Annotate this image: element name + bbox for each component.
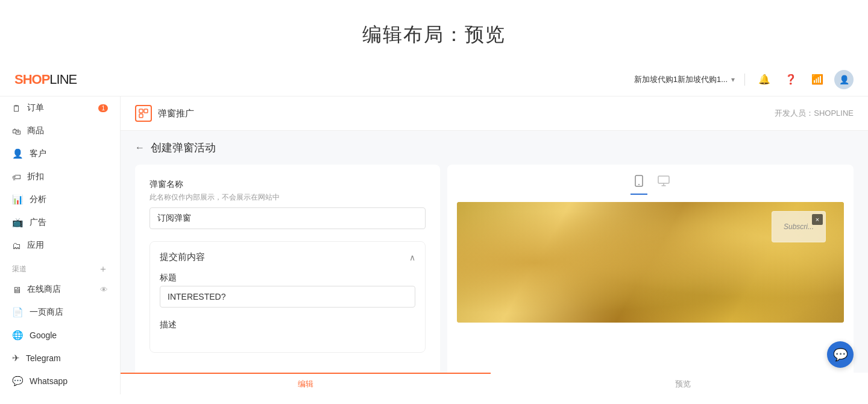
tab-preview[interactable]: 预览 [498, 373, 868, 394]
sidebar-item-label-customer: 客户 [30, 148, 46, 159]
sidebar-item-analytics[interactable]: 📊 分析 [0, 188, 120, 211]
sidebar-item-ads[interactable]: 📺 广告 [0, 211, 120, 234]
back-button[interactable]: ← [135, 142, 145, 153]
sidebar-item-label-order: 订单 [27, 103, 44, 113]
main-content: 弹窗推广 开发人员：SHOPLINE ← 创建弹窗活动 弹窗名称 此名称仅作内部… [121, 96, 868, 394]
svg-point-4 [638, 184, 640, 185]
sidebar-item-label-goods: 商品 [27, 125, 44, 136]
google-icon: 🌐 [12, 330, 24, 341]
help-icon[interactable]: ❓ [781, 70, 800, 89]
sidebar-item-google[interactable]: 🌐 Google [0, 324, 120, 347]
preview-image: × Subscri... [457, 202, 844, 323]
app-header-left: 弹窗推广 [135, 105, 194, 122]
footer: LRD.IM [0, 394, 868, 404]
sidebar-item-order[interactable]: 🗒 订单 1 [0, 96, 120, 119]
chat-bubble[interactable]: 💬 [827, 341, 854, 368]
desktop-tab[interactable] [657, 174, 670, 195]
sidebar-item-apps[interactable]: 🗂 应用 [0, 234, 120, 257]
svg-rect-5 [658, 176, 669, 183]
app-icon [135, 105, 152, 122]
sidebar-item-goods[interactable]: 🛍 商品 [0, 119, 120, 142]
channel-label: 渠道 [12, 264, 27, 274]
sidebar-item-facebook[interactable]: 📘 Facebook [0, 393, 120, 394]
tab-bar: 编辑 预览 [121, 373, 868, 394]
sub-header: ← 创建弹窗活动 [121, 131, 868, 165]
pre-submit-section: 提交前内容 ∧ 标题 描述 [149, 241, 426, 353]
sidebar-item-label-whatsapp: Whatsapp [30, 376, 68, 386]
sidebar-item-label-online-store: 在线商店 [27, 284, 61, 295]
preview-panel: × Subscri... [447, 165, 854, 394]
popup-name-group: 弹窗名称 此名称仅作内部展示，不会展示在网站中 [149, 179, 426, 229]
svg-rect-2 [139, 114, 143, 118]
popup-name-input[interactable] [149, 207, 426, 229]
channel-section-header: 渠道 ＋ [0, 257, 120, 278]
logo: SHOPLINE [14, 72, 77, 87]
sidebar-item-label-analytics: 分析 [30, 194, 46, 205]
pre-submit-header[interactable]: 提交前内容 ∧ [160, 251, 415, 263]
app-developer: 开发人员：SHOPLINE [775, 108, 854, 119]
sidebar-item-online-store[interactable]: 🖥 在线商店 👁 [0, 278, 120, 301]
sidebar-item-label-apps: 应用 [27, 240, 44, 251]
order-badge: 1 [98, 104, 108, 112]
main-container: SHOPLINE 新加坡代购1新加坡代购1... ▾ 🔔 ❓ 📶 👤 🗒 订单 … [0, 63, 868, 394]
title-input[interactable] [160, 286, 415, 308]
app-name: 弹窗推广 [158, 108, 194, 119]
collapse-icon: ∧ [409, 253, 415, 262]
content-panels: 弹窗名称 此名称仅作内部展示，不会展示在网站中 提交前内容 ∧ 标题 [121, 165, 868, 394]
page-title-area: 编辑布局：预览 [0, 0, 868, 63]
desc-group: 描述 [160, 320, 415, 330]
store-name: 新加坡代购1新加坡代购1... [634, 74, 728, 85]
svg-rect-1 [144, 109, 148, 113]
sidebar-item-customer[interactable]: 👤 客户 [0, 142, 120, 165]
body-layout: 🗒 订单 1 🛍 商品 👤 客户 🏷 折扣 📊 分析 📺 [0, 96, 868, 394]
sidebar-item-label-telegram: Telegram [26, 353, 61, 363]
popup-close-button[interactable]: × [812, 214, 823, 225]
nav-divider [744, 74, 745, 86]
popup-name-label: 弹窗名称 [149, 179, 426, 190]
mobile-icon [632, 174, 646, 191]
sub-title: 创建弹窗活动 [151, 140, 216, 155]
popup-content-text: Subscri... [781, 223, 817, 231]
analytics-icon: 📊 [12, 194, 24, 205]
mobile-tab[interactable] [631, 174, 647, 195]
sidebar-item-whatsapp[interactable]: 💬 Whatsapp [0, 370, 120, 393]
telegram-icon: ✈ [12, 353, 20, 364]
whatsapp-icon: 💬 [12, 376, 24, 387]
sidebar-item-discount[interactable]: 🏷 折扣 [0, 165, 120, 188]
svg-rect-0 [139, 109, 143, 113]
popup-name-hint: 此名称仅作内部展示，不会展示在网站中 [149, 192, 426, 203]
bell-icon[interactable]: 🔔 [755, 70, 774, 89]
page-title: 编辑布局：预览 [0, 22, 868, 48]
goods-icon: 🛍 [12, 126, 21, 136]
sidebar-item-telegram[interactable]: ✈ Telegram [0, 347, 120, 370]
edit-panel: 弹窗名称 此名称仅作内部展示，不会展示在网站中 提交前内容 ∧ 标题 [135, 165, 440, 394]
avatar-icon: 👤 [839, 75, 849, 84]
sidebar-item-one-page[interactable]: 📄 一页商店 [0, 301, 120, 324]
top-nav-right: 新加坡代购1新加坡代购1... ▾ 🔔 ❓ 📶 👤 [634, 70, 854, 89]
top-nav: SHOPLINE 新加坡代购1新加坡代购1... ▾ 🔔 ❓ 📶 👤 [0, 63, 868, 96]
one-page-icon: 📄 [12, 307, 24, 318]
chat-icon: 💬 [833, 347, 848, 362]
ads-icon: 📺 [12, 217, 24, 228]
sidebar-item-label-discount: 折扣 [27, 171, 44, 182]
tab-edit[interactable]: 编辑 [121, 373, 491, 394]
preview-popup: × Subscri... [772, 211, 826, 242]
sidebar-item-label-google: Google [30, 330, 57, 340]
wifi-icon[interactable]: 📶 [808, 70, 827, 89]
customer-icon: 👤 [12, 148, 24, 159]
title-label: 标题 [160, 273, 415, 283]
chevron-down-icon: ▾ [731, 75, 735, 84]
eye-icon: 👁 [100, 285, 108, 294]
avatar[interactable]: 👤 [834, 70, 854, 89]
sidebar-item-label-one-page: 一页商店 [30, 307, 63, 318]
discount-icon: 🏷 [12, 172, 21, 182]
sidebar: 🗒 订单 1 🛍 商品 👤 客户 🏷 折扣 📊 分析 📺 [0, 96, 121, 394]
mobile-underline [631, 194, 647, 195]
store-selector[interactable]: 新加坡代购1新加坡代购1... ▾ [634, 74, 735, 85]
sidebar-item-label-ads: 广告 [30, 217, 46, 228]
order-icon: 🗒 [12, 103, 21, 113]
pre-submit-title: 提交前内容 [160, 251, 205, 263]
desktop-icon [657, 174, 670, 191]
app-header: 弹窗推广 开发人员：SHOPLINE [121, 96, 868, 131]
add-channel-button[interactable]: ＋ [98, 263, 108, 276]
